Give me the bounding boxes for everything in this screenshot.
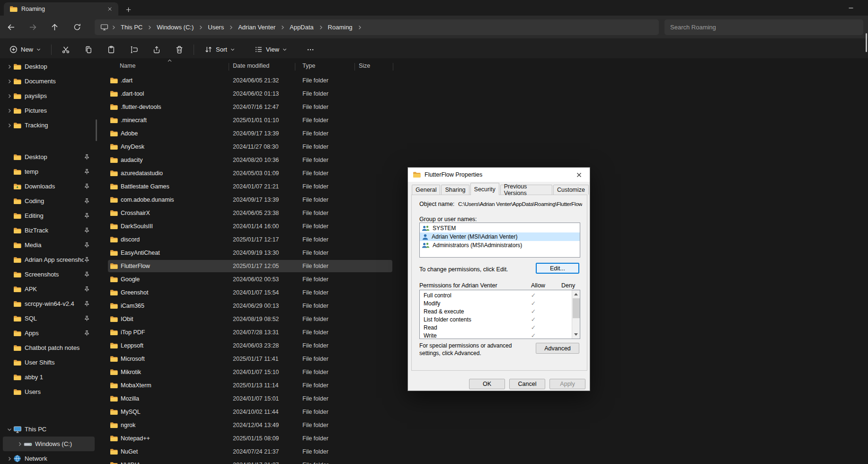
file-row[interactable]: Mozilla2024/01/07 15:01File folder <box>97 392 868 405</box>
user-row[interactable]: Administrators (MSI\Administrators) <box>420 241 580 250</box>
new-tab-button[interactable] <box>123 4 133 15</box>
cancel-button[interactable]: Cancel <box>509 379 545 389</box>
file-row[interactable]: .dart2024/06/05 21:32File folder <box>97 74 868 87</box>
chevron-right-icon[interactable] <box>6 79 13 84</box>
sidebar-item-biztrack[interactable]: BizTrack <box>3 223 95 238</box>
permissions-scrollbar[interactable] <box>572 290 580 339</box>
permission-row[interactable]: Modify✓ <box>420 299 572 307</box>
file-row[interactable]: NVIDIA2024/01/17 21:37File folder <box>97 458 868 464</box>
chevron-right-icon[interactable] <box>319 25 323 30</box>
ok-button[interactable]: OK <box>469 379 505 389</box>
apply-button[interactable]: Apply <box>549 379 585 389</box>
sidebar-item-tracking[interactable]: Tracking <box>3 118 95 133</box>
column-divider[interactable] <box>229 63 229 71</box>
column-header-size[interactable]: Size <box>359 62 370 69</box>
sidebar-item-media[interactable]: Media <box>3 238 95 252</box>
permission-row[interactable]: List folder contents✓ <box>420 315 572 323</box>
sidebar-item-pictures[interactable]: Pictures <box>3 103 95 118</box>
sidebar-item-apk[interactable]: APK <box>3 282 95 296</box>
chevron-right-icon[interactable] <box>6 94 13 98</box>
search-input[interactable] <box>670 24 858 31</box>
scroll-down-icon[interactable] <box>574 333 578 336</box>
chevron-right-icon[interactable] <box>6 456 13 461</box>
forward-button[interactable] <box>25 19 41 35</box>
chevron-right-icon[interactable] <box>280 25 285 30</box>
breadcrumb-item[interactable]: AppData <box>286 22 318 33</box>
scrollbar-thumb[interactable] <box>573 298 580 318</box>
sidebar-item-editing[interactable]: Editing <box>3 208 95 223</box>
sidebar-item-this-pc[interactable]: This PC <box>3 422 95 437</box>
chevron-right-icon[interactable] <box>357 25 362 30</box>
file-row[interactable]: .dart-tool2024/06/02 01:13File folder <box>97 87 868 100</box>
search-box[interactable] <box>664 19 863 35</box>
column-divider[interactable] <box>354 63 355 71</box>
sidebar-item-desktop[interactable]: Desktop <box>3 150 95 164</box>
column-divider[interactable] <box>393 63 393 71</box>
advanced-button[interactable]: Advanced <box>536 343 579 354</box>
sidebar-item-screenshots[interactable]: Screenshots <box>3 267 95 282</box>
permission-row[interactable]: Write✓ <box>420 331 572 339</box>
address-bar[interactable]: This PCWindows (C:)UsersAdrian VenterApp… <box>95 19 659 35</box>
file-row[interactable]: AnyDesk2024/11/27 08:30File folder <box>97 140 868 153</box>
dialog-tab-previous-versions[interactable]: Previous Versions <box>500 185 552 195</box>
file-row[interactable]: audacity2024/08/20 10:36File folder <box>97 153 868 167</box>
file-row[interactable]: .flutter-devtools2024/07/16 12:47File fo… <box>97 100 868 114</box>
breadcrumb-item[interactable]: This PC <box>117 22 146 33</box>
column-header-name[interactable]: Name <box>120 62 135 69</box>
breadcrumb-item[interactable]: Roaming <box>324 22 356 33</box>
column-header-type[interactable]: Type <box>302 62 315 69</box>
view-button[interactable]: View <box>250 42 292 57</box>
file-row[interactable]: NuGet2024/07/24 21:37File folder <box>97 445 868 458</box>
user-row[interactable]: SYSTEM <box>420 224 580 232</box>
paste-button[interactable] <box>103 42 120 57</box>
sidebar-item-scrcpy-win64-v2-4[interactable]: scrcpy-win64-v2.4 <box>3 296 95 311</box>
sidebar-item-documents[interactable]: Documents <box>3 74 95 89</box>
explorer-tab[interactable]: Roaming <box>4 2 118 16</box>
dialog-tab-security[interactable]: Security <box>470 183 499 195</box>
sidebar-item-downloads[interactable]: Downloads <box>3 179 95 194</box>
dialog-tab-customize[interactable]: Customize <box>553 185 589 195</box>
main-scrollbar[interactable] <box>866 33 867 52</box>
dialog-tab-general[interactable]: General <box>412 185 440 195</box>
back-button[interactable] <box>3 19 19 35</box>
minimize-button[interactable] <box>840 2 862 14</box>
chevron-right-icon[interactable] <box>229 25 233 30</box>
file-row[interactable]: Notepad++2025/01/15 08:09File folder <box>97 432 868 445</box>
breadcrumb-item[interactable]: Users <box>204 22 228 33</box>
file-row[interactable]: Adobe2024/09/17 13:39File folder <box>97 127 868 140</box>
chevron-right-icon[interactable] <box>147 25 152 30</box>
sidebar-scrollbar[interactable] <box>96 119 97 141</box>
chevron-right-icon[interactable] <box>6 64 13 69</box>
sidebar-item-coding[interactable]: Coding <box>3 194 95 208</box>
sidebar-item-windows-c[interactable]: Windows (C:) <box>3 437 95 451</box>
sidebar-item-apps[interactable]: Apps <box>3 326 95 340</box>
refresh-button[interactable] <box>69 19 85 35</box>
permission-row[interactable]: Full control✓ <box>420 291 572 299</box>
file-row[interactable]: ngrok2024/12/04 13:49File folder <box>97 419 868 432</box>
sidebar-item-network[interactable]: Network <box>3 451 95 464</box>
breadcrumb-item[interactable]: Adrian Venter <box>234 22 279 33</box>
chevron-right-icon[interactable] <box>6 108 13 113</box>
column-header-date-modified[interactable]: Date modified <box>233 62 269 69</box>
rename-button[interactable] <box>125 42 142 57</box>
permission-row[interactable]: Read & execute✓ <box>420 307 572 315</box>
file-row[interactable]: .minecraft2025/01/01 01:10File folder <box>97 114 868 127</box>
copy-button[interactable] <box>80 42 97 57</box>
sidebar-item-users[interactable]: Users <box>3 384 95 399</box>
column-divider[interactable] <box>295 63 295 71</box>
chevron-right-icon[interactable] <box>6 123 13 128</box>
breadcrumb-item[interactable]: Windows (C:) <box>153 22 197 33</box>
see-more-button[interactable] <box>302 42 319 57</box>
scroll-up-icon[interactable] <box>574 293 578 295</box>
cut-button[interactable] <box>57 42 74 57</box>
chevron-right-icon[interactable] <box>111 25 116 30</box>
close-dialog-icon[interactable] <box>571 169 587 180</box>
sidebar-item-sql[interactable]: SQL <box>3 311 95 326</box>
sidebar-item-chatbot-patch-notes[interactable]: Chatbot patch notes <box>3 340 95 355</box>
edit-button[interactable]: Edit... <box>536 263 579 274</box>
new-button[interactable]: New <box>5 42 45 57</box>
delete-button[interactable] <box>171 42 188 57</box>
close-tab-icon[interactable] <box>105 4 115 14</box>
sidebar-item-payslips[interactable]: payslips <box>3 89 95 103</box>
share-button[interactable] <box>148 42 165 57</box>
